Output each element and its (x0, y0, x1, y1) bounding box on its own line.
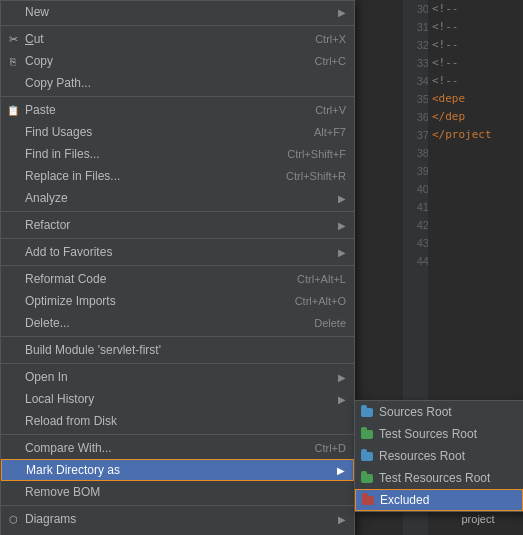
separator-7 (1, 363, 354, 364)
mark-directory-submenu: Sources Root Test Sources Root Resources… (354, 400, 523, 512)
menu-item-copy-path[interactable]: Copy Path... (1, 72, 354, 94)
resources-root-label: Resources Root (379, 449, 465, 463)
separator-6 (1, 336, 354, 337)
menu-item-refactor[interactable]: Refactor ▶ (1, 214, 354, 236)
submenu-item-excluded[interactable]: Excluded (355, 489, 523, 511)
menu-item-diagrams[interactable]: ⬡ Diagrams ▶ (1, 508, 354, 530)
menu-item-remove-bom[interactable]: Remove BOM (1, 481, 354, 503)
cut-icon: ✂ (5, 31, 21, 47)
menu-item-copy[interactable]: ⎘ Copy Ctrl+C (1, 50, 354, 72)
menu-item-compare-with[interactable]: Compare With... Ctrl+D (1, 437, 354, 459)
resources-root-icon (359, 448, 375, 464)
sources-root-label: Sources Root (379, 405, 452, 419)
separator-2 (1, 96, 354, 97)
menu-item-find-in-files[interactable]: Find in Files... Ctrl+Shift+F (1, 143, 354, 165)
separator-5 (1, 265, 354, 266)
menu-item-new[interactable]: New ▶ (1, 1, 354, 23)
menu-item-cut[interactable]: ✂ Cut Ctrl+X (1, 28, 354, 50)
menu-item-local-history[interactable]: Local History ▶ (1, 388, 354, 410)
separator-1 (1, 25, 354, 26)
local-history-arrow: ▶ (338, 394, 346, 405)
separator-4 (1, 238, 354, 239)
menu-item-open-in[interactable]: Open In ▶ (1, 366, 354, 388)
analyze-arrow: ▶ (338, 193, 346, 204)
project-label: project (433, 513, 523, 525)
test-resources-root-icon (359, 470, 375, 486)
menu-item-reload-from-disk[interactable]: Reload from Disk (1, 410, 354, 432)
diagrams-icon: ⬡ (5, 511, 21, 527)
diagrams-arrow: ▶ (338, 514, 346, 525)
menu-item-delete[interactable]: Delete... Delete (1, 312, 354, 334)
menu-item-analyze[interactable]: Analyze ▶ (1, 187, 354, 209)
separator-3 (1, 211, 354, 212)
menu-item-create-gist[interactable]: ⊙ Create Gist... (1, 530, 354, 535)
menu-item-add-to-favorites[interactable]: Add to Favorites ▶ (1, 241, 354, 263)
copy-icon: ⎘ (5, 53, 21, 69)
test-sources-root-label: Test Sources Root (379, 427, 477, 441)
submenu-arrow: ▶ (338, 7, 346, 18)
context-menu: New ▶ ✂ Cut Ctrl+X ⎘ Copy Ctrl+C Copy Pa… (0, 0, 355, 535)
submenu-item-resources-root[interactable]: Resources Root (355, 445, 523, 467)
separator-8 (1, 434, 354, 435)
test-sources-root-icon (359, 426, 375, 442)
menu-item-mark-directory-as[interactable]: Mark Directory as ▶ (1, 459, 354, 481)
menu-item-reformat-code[interactable]: Reformat Code Ctrl+Alt+L (1, 268, 354, 290)
submenu-item-sources-root[interactable]: Sources Root (355, 401, 523, 423)
mark-directory-arrow: ▶ (337, 465, 345, 476)
separator-9 (1, 505, 354, 506)
excluded-label: Excluded (380, 493, 429, 507)
test-resources-root-label: Test Resources Root (379, 471, 490, 485)
sources-root-icon (359, 404, 375, 420)
favorites-arrow: ▶ (338, 247, 346, 258)
submenu-item-test-resources-root[interactable]: Test Resources Root (355, 467, 523, 489)
menu-item-build-module[interactable]: Build Module 'servlet-first' (1, 339, 354, 361)
menu-item-optimize-imports[interactable]: Optimize Imports Ctrl+Alt+O (1, 290, 354, 312)
open-in-arrow: ▶ (338, 372, 346, 383)
menu-item-paste[interactable]: 📋 Paste Ctrl+V (1, 99, 354, 121)
refactor-arrow: ▶ (338, 220, 346, 231)
menu-item-replace-in-files[interactable]: Replace in Files... Ctrl+Shift+R (1, 165, 354, 187)
excluded-icon (360, 492, 376, 508)
menu-item-find-usages[interactable]: Find Usages Alt+F7 (1, 121, 354, 143)
submenu-item-test-sources-root[interactable]: Test Sources Root (355, 423, 523, 445)
paste-icon: 📋 (5, 102, 21, 118)
